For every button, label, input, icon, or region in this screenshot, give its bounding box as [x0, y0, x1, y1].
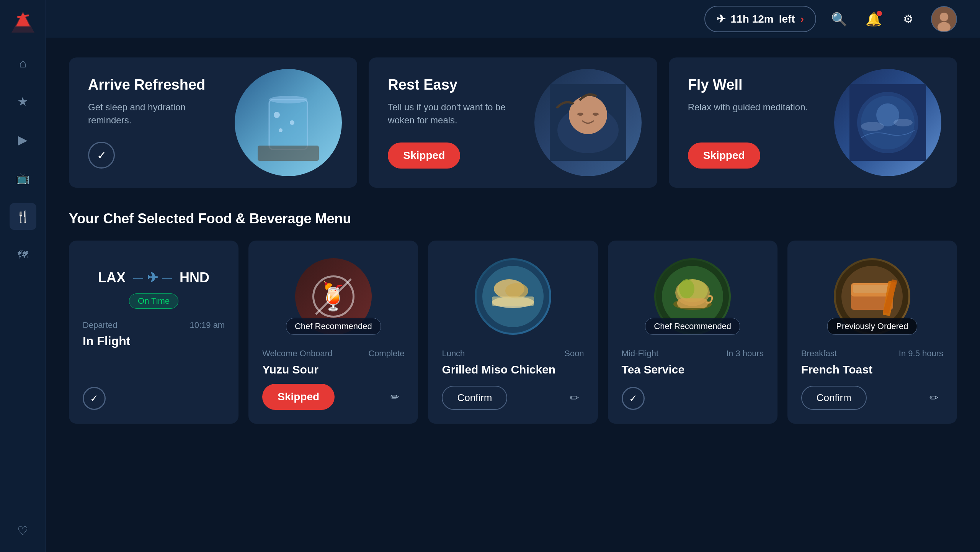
chicken-edit-button[interactable]: ✏ — [565, 388, 584, 408]
yuzu-actions: Skipped ✏ — [262, 384, 404, 410]
banner-desc-rest: Tell us if you don't want to be woken fo… — [388, 101, 525, 126]
chicken-food-image — [475, 258, 551, 335]
flight-info: Departed 10:19 am — [83, 320, 225, 330]
menu-card-tea: Chef Recommended Mid-Flight In 3 hours T… — [608, 241, 777, 424]
sidebar-item-dining[interactable]: 🍴 — [10, 203, 36, 230]
yuzu-meta-value: Complete — [368, 349, 404, 359]
star-icon: ★ — [17, 94, 28, 109]
settings-icon: ⚙ — [903, 12, 913, 26]
menu-card-toast: Previously Ordered Breakfast In 9.5 hour… — [787, 241, 957, 424]
route-dash2: ─ — [162, 270, 172, 286]
flight-time-suffix: left — [779, 13, 795, 25]
banner-desc-arrive: Get sleep and hydration reminders. — [88, 101, 225, 126]
svg-rect-29 — [492, 296, 534, 306]
banner-row: Arrive Refreshed Get sleep and hydration… — [69, 57, 957, 188]
flight-meta-label: Departed — [83, 320, 118, 330]
plane-icon: ✈ — [717, 13, 725, 25]
toast-name: French Toast — [801, 363, 943, 378]
svg-point-8 — [269, 96, 307, 103]
notifications-button[interactable]: 🔔 — [862, 8, 885, 31]
flight-status: In Flight — [83, 334, 225, 348]
svg-point-11 — [279, 128, 283, 132]
check-icon-2: ✓ — [629, 393, 637, 405]
tea-meta: Mid-Flight In 3 hours — [622, 349, 764, 359]
svg-point-23 — [893, 119, 913, 126]
map-icon: 🗺 — [18, 249, 28, 261]
sidebar-item-favorites[interactable]: ★ — [10, 88, 36, 115]
chicken-actions: Confirm ✏ — [442, 386, 584, 410]
toast-badge: Previously Ordered — [827, 318, 917, 335]
svg-rect-7 — [269, 100, 307, 149]
notification-dot — [877, 11, 882, 16]
header: ✈ 11h 12m left › 🔍 🔔 ⚙ — [46, 0, 980, 38]
search-button[interactable]: 🔍 — [828, 8, 851, 31]
sidebar-item-map[interactable]: 🗺 — [10, 241, 36, 268]
svg-point-35 — [679, 279, 694, 298]
toast-image-area: Previously Ordered — [801, 254, 943, 339]
on-time-badge: On Time — [129, 293, 178, 309]
toast-edit-button[interactable]: ✏ — [924, 388, 943, 408]
fly-skipped-button[interactable]: Skipped — [688, 143, 760, 169]
menu-card-chicken: Lunch Soon Grilled Miso Chicken Confirm … — [428, 241, 598, 424]
water-glass-image — [235, 69, 342, 176]
flight-time: 11h 12m — [731, 13, 774, 25]
sleeping-image — [534, 69, 642, 176]
home-icon: ⌂ — [19, 56, 26, 70]
route-plane-icon: ✈ — [147, 270, 158, 286]
user-avatar[interactable] — [931, 6, 957, 32]
arrive-check-button[interactable]: ✓ — [88, 142, 115, 169]
sidebar-item-tv[interactable]: 📺 — [10, 165, 36, 192]
heart-icon: ♡ — [17, 524, 28, 538]
rest-skipped-button[interactable]: Skipped — [388, 143, 460, 169]
svg-point-22 — [861, 122, 884, 131]
tea-image-area: Chef Recommended — [622, 254, 764, 339]
chicken-confirm-button[interactable]: Confirm — [442, 386, 507, 410]
flight-check-button[interactable]: ✓ — [83, 387, 106, 410]
pencil-icon-3: ✏ — [929, 391, 938, 404]
check-icon: ✓ — [90, 393, 98, 405]
settings-button[interactable]: ⚙ — [897, 8, 920, 31]
route-line: ─ ✈ ─ — [133, 270, 172, 286]
toast-confirm-button[interactable]: Confirm — [801, 386, 867, 410]
flight-meta-value: 10:19 am — [189, 320, 225, 330]
main-content: ✈ 11h 12m left › 🔍 🔔 ⚙ — [46, 0, 980, 552]
sidebar-item-entertainment[interactable]: ▶ — [10, 126, 36, 153]
yuzu-meta: Welcome Onboard Complete — [262, 349, 404, 359]
toast-actions: Confirm ✏ — [801, 386, 943, 410]
menu-cards-row: LAX ─ ✈ ─ HND On Time Departed — [69, 241, 957, 424]
tea-check-button[interactable]: ✓ — [622, 387, 645, 410]
svg-point-9 — [274, 112, 280, 118]
sidebar-item-home[interactable]: ⌂ — [10, 50, 36, 77]
checkmark-icon: ✓ — [97, 149, 106, 162]
svg-rect-41 — [853, 285, 891, 293]
banner-title-rest: Rest Easy — [388, 77, 525, 93]
yuzu-skip-button[interactable]: Skipped — [262, 384, 335, 410]
sky-image — [834, 69, 941, 176]
chicken-meta: Lunch Soon — [442, 349, 584, 359]
route-to: HND — [180, 270, 209, 286]
yuzu-name: Yuzu Sour — [262, 363, 404, 376]
menu-card-flight: LAX ─ ✈ ─ HND On Time Departed — [69, 241, 238, 424]
svg-rect-36 — [677, 298, 708, 308]
arrive-image — [219, 57, 358, 188]
play-icon: ▶ — [18, 133, 28, 147]
flight-time-badge[interactable]: ✈ 11h 12m left › — [704, 6, 816, 32]
delta-logo[interactable] — [8, 8, 38, 38]
chicken-image-area — [442, 254, 584, 339]
sidebar-item-heart[interactable]: ♡ — [10, 518, 36, 544]
svg-point-16 — [577, 113, 583, 116]
chevron-right-icon: › — [800, 13, 804, 25]
yuzu-meta-label: Welcome Onboard — [262, 349, 332, 359]
tv-icon: 📺 — [16, 172, 29, 185]
yuzu-edit-button[interactable]: ✏ — [385, 387, 404, 406]
toast-meta: Breakfast In 9.5 hours — [801, 349, 943, 359]
menu-section-title: Your Chef Selected Food & Beverage Menu — [69, 211, 957, 227]
menu-card-yuzu-sour: 🍹 Chef Recommended Welcome Onboard Compl… — [248, 241, 418, 424]
tea-meta-label: Mid-Flight — [622, 349, 659, 359]
banner-desc-fly: Relax with guided meditation. — [688, 101, 825, 114]
svg-point-15 — [569, 96, 607, 134]
svg-point-6 — [938, 22, 951, 32]
fly-image — [818, 57, 957, 188]
route-from: LAX — [98, 270, 126, 286]
banner-fly-well: Fly Well Relax with guided meditation. S… — [669, 57, 957, 188]
